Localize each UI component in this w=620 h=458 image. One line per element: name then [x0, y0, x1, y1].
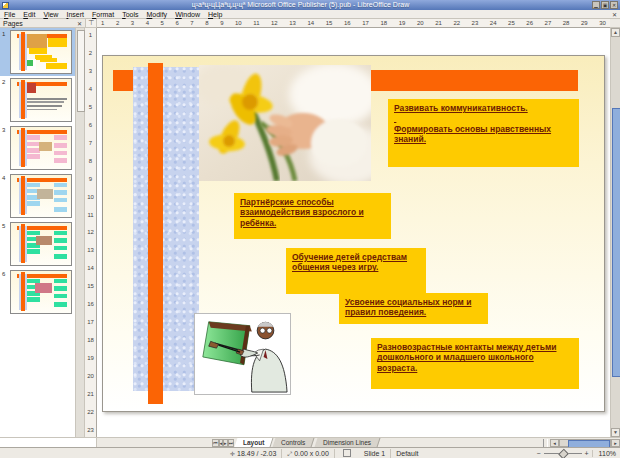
scroll-left-icon[interactable]: ◂: [550, 439, 559, 447]
maximize-button[interactable]: ▣: [601, 1, 609, 9]
ruler-tick: 9: [220, 19, 223, 27]
ruler-tick: 13: [87, 247, 94, 253]
ruler-tick: 6: [89, 122, 92, 128]
daffodil-hand-photo[interactable]: [199, 65, 371, 181]
thumbnail-block: [27, 231, 40, 236]
vertical-scrollbar-thumb[interactable]: [612, 108, 620, 377]
horizontal-ruler[interactable]: 1234567891011121314151617181920212223242…: [97, 19, 610, 28]
speckled-blue-column[interactable]: [133, 67, 199, 391]
tab-dimension-lines[interactable]: Dimension Lines: [314, 438, 380, 447]
page-thumbnail-4[interactable]: 4: [0, 172, 75, 220]
zoom-slider-thumb[interactable]: [558, 449, 569, 458]
thumbnail-block: [27, 249, 40, 254]
ruler-tick: 13: [289, 19, 296, 27]
menu-help[interactable]: Help: [204, 11, 226, 18]
text-box-contacts[interactable]: Разновозрастные контакты между детьми до…: [371, 338, 579, 389]
close-button[interactable]: ✕: [610, 1, 618, 9]
vertical-scrollbar[interactable]: ▲ ▼: [610, 28, 620, 437]
pages-panel-scrollbar-thumb[interactable]: [77, 30, 85, 112]
ruler-tick: 9: [89, 176, 92, 182]
zoom-slider[interactable]: [544, 453, 582, 454]
ruler-tick: 30: [599, 19, 606, 27]
ruler-tick: 8: [89, 158, 92, 164]
close-document-icon[interactable]: ✕: [612, 11, 617, 18]
menu-modify[interactable]: Modify: [142, 11, 171, 18]
thumbnail-block: [37, 189, 53, 198]
page-thumbnail-1[interactable]: 1: [0, 28, 75, 76]
pages-panel-bottom: [0, 438, 97, 447]
text-box-partnership[interactable]: Партнёрские способы взаимодействия взрос…: [234, 193, 391, 239]
thumbnail-block: [21, 272, 25, 311]
ruler-tick: 18: [380, 19, 387, 27]
thumbnail-block: [27, 135, 40, 140]
text-box-norms[interactable]: Усвоение социальных норм и правил поведе…: [339, 293, 488, 324]
app-icon: [2, 2, 9, 9]
text-box-goals[interactable]: Развивать коммуникативность. Формировать…: [388, 99, 579, 167]
pages-panel-close-icon[interactable]: ✕: [77, 20, 85, 27]
page-thumbnail-6[interactable]: 6: [0, 268, 75, 316]
ruler-tick: 2: [116, 19, 119, 27]
zoom-out-icon[interactable]: −: [536, 450, 540, 457]
ruler-tick: 21: [87, 391, 94, 397]
thumbnail-block: [54, 238, 68, 243]
ruler-tick: 15: [326, 19, 333, 27]
ruler-tick: 3: [89, 68, 92, 74]
page-thumbnail-5[interactable]: 5: [0, 220, 75, 268]
text-box-teaching[interactable]: Обучение детей средствам общения через и…: [286, 248, 426, 294]
page-thumbnail-3[interactable]: 3: [0, 124, 75, 172]
thumbnail-block: [54, 183, 68, 188]
ruler-tick: 20: [87, 373, 94, 379]
zoom-in-icon[interactable]: +: [585, 450, 589, 457]
ruler-tick: 12: [87, 229, 94, 235]
thumbnail-block: [36, 236, 52, 245]
menu-insert[interactable]: Insert: [62, 11, 88, 18]
ruler-tick: 12: [271, 19, 278, 27]
titlebar: ц¹аªц¹цЦаªц‚ц¹цª Microsoft Office Publis…: [0, 0, 620, 10]
scroll-right-icon[interactable]: ▸: [611, 439, 620, 447]
teacher-clipart[interactable]: [194, 313, 291, 395]
tab-layout[interactable]: Layout: [235, 438, 274, 447]
page-style[interactable]: Default: [391, 449, 423, 458]
ruler-tick: 22: [87, 409, 94, 415]
ruler-tick: 14: [87, 265, 94, 271]
minimize-button[interactable]: ▁: [592, 1, 600, 9]
ruler-tick: 16: [344, 19, 351, 27]
ruler-tick: 10: [235, 19, 242, 27]
thumbnail-block: [21, 32, 25, 71]
tab-controls[interactable]: Controls: [273, 438, 315, 447]
vertical-ruler[interactable]: 1234567891011121314151617181920212223: [85, 28, 97, 437]
thumbnail-block: [54, 135, 68, 140]
drawing-canvas[interactable]: Развивать коммуникативность. Формировать…: [97, 28, 610, 437]
pages-panel-scrollbar[interactable]: [76, 28, 85, 437]
thumbnail-block: [27, 154, 40, 159]
menu-tools[interactable]: Tools: [118, 11, 142, 18]
menu-format[interactable]: Format: [88, 11, 118, 18]
page-thumbnail-preview: [10, 78, 72, 122]
horizontal-scrollbar[interactable]: ◂ ▸: [543, 438, 620, 447]
scrollbar-splitter[interactable]: [543, 439, 548, 447]
zoom-level[interactable]: 110%: [592, 450, 616, 457]
publication-page[interactable]: Развивать коммуникативность. Формировать…: [102, 55, 605, 412]
scroll-up-icon[interactable]: ▲: [611, 28, 620, 37]
ruler-tick: 2: [89, 50, 92, 56]
menu-view[interactable]: View: [39, 11, 62, 18]
ruler-tick: 20: [417, 19, 424, 27]
thumbnail-block: [27, 101, 64, 103]
thumbnail-block: [54, 198, 68, 203]
tab-first-icon[interactable]: ⏮: [212, 439, 219, 447]
thumbnail-block: [27, 60, 32, 66]
orange-vertical-bar[interactable]: [148, 63, 163, 404]
scroll-down-icon[interactable]: ▼: [611, 428, 620, 437]
ruler-tick: 18: [87, 337, 94, 343]
menu-edit[interactable]: Edit: [19, 11, 39, 18]
tab-next-icon[interactable]: ▸: [223, 439, 228, 447]
layer-tab-bar: ⏮◂▸⏭ LayoutControlsDimension Lines ◂ ▸: [0, 437, 620, 447]
thumbnail-block: [29, 48, 47, 54]
thumbnail-block: [54, 302, 68, 307]
ruler-tick: 28: [563, 19, 570, 27]
menu-window[interactable]: Window: [171, 11, 204, 18]
menu-file[interactable]: File: [0, 11, 19, 18]
pages-panel-title: Pages: [0, 20, 77, 27]
window-title: ц¹аªц¹цЦаªц‚ц¹цª Microsoft Office Publis…: [9, 0, 592, 10]
page-thumbnail-2[interactable]: 2: [0, 76, 75, 124]
